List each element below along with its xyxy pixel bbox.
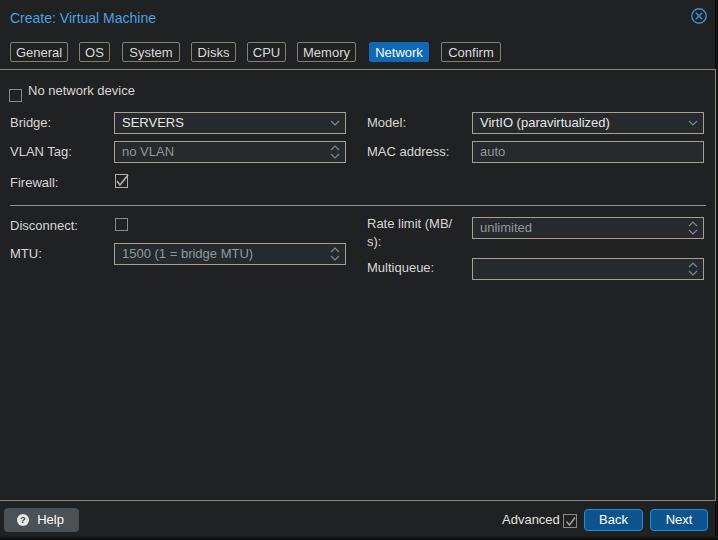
svg-text:?: ? (20, 514, 26, 525)
